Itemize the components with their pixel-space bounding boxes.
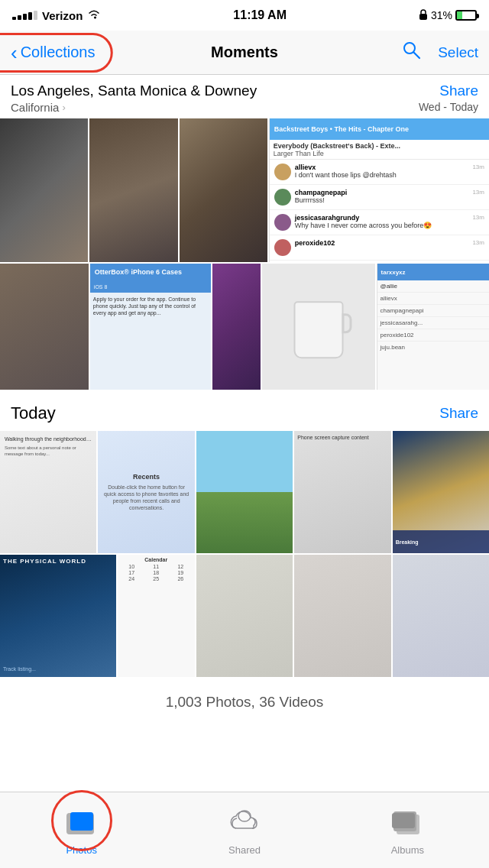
shared-icon-wrap: [224, 800, 265, 841]
status-bar: Verizon 11:19 AM 31%: [0, 0, 489, 31]
photo-item[interactable]: tarxxyxz @allie allievx champagnepapi je…: [377, 264, 489, 390]
photo-item[interactable]: [196, 431, 293, 553]
albums-icon-wrap: [387, 800, 428, 841]
status-carrier: Verizon: [12, 9, 101, 22]
wifi-icon: [87, 9, 101, 22]
photo-item[interactable]: [0, 118, 88, 262]
share-button-today[interactable]: Share: [439, 405, 478, 422]
photo-item[interactable]: [393, 555, 489, 677]
icloud-icon: [228, 808, 261, 833]
svg-rect-0: [419, 14, 427, 20]
tab-albums-label: Albums: [391, 844, 424, 856]
photo-item[interactable]: Breaking: [393, 431, 489, 553]
nav-actions: Select: [401, 40, 478, 65]
location-state: California: [11, 101, 59, 114]
status-time: 11:19 AM: [233, 8, 287, 22]
photo-item[interactable]: Phone screen capture content: [294, 431, 390, 553]
tweet-row: allievx I don't want those lips @drehtas…: [270, 160, 489, 185]
battery-icon: [455, 10, 477, 21]
photo-item[interactable]: [294, 555, 390, 677]
location-actions: Share Wed - Today: [419, 83, 478, 113]
tweet-row: jessicasarahgrundy Why have I never come…: [270, 210, 489, 235]
svg-line-2: [414, 53, 420, 59]
photo-item[interactable]: OtterBox® iPhone 6 Cases iOS 8 Apply to …: [90, 264, 211, 390]
today-photo-grid-1: Walking through the neighborhood… Some t…: [0, 431, 489, 553]
battery-percent: 31%: [431, 9, 452, 21]
back-button[interactable]: ‹ Collections: [11, 43, 96, 63]
tweet-row: champagnepapi Burrrrsss! 13m: [270, 185, 489, 210]
tab-shared-label: Shared: [228, 844, 261, 856]
section-title-today: Today: [11, 403, 56, 423]
photo-item[interactable]: THE PHYSICAL WORLD Track listing...: [0, 555, 116, 677]
photo-item[interactable]: Calendar 101112 171819 242526: [118, 555, 195, 677]
photo-item[interactable]: [89, 118, 177, 262]
today-section-header: Today Share: [0, 390, 489, 431]
top-photo-grid: Backstreet Boys • The Hits - Chapter One…: [0, 118, 489, 264]
nav-bar: ‹ Collections Moments Select: [0, 31, 489, 75]
location-bar: Los Angeles, Santa Monica & Downey Calif…: [0, 75, 489, 118]
date-range: Wed - Today: [419, 101, 478, 113]
location-info: Los Angeles, Santa Monica & Downey Calif…: [11, 83, 257, 114]
share-button-top[interactable]: Share: [439, 83, 478, 99]
second-photo-row: OtterBox® iPhone 6 Cases iOS 8 Apply to …: [0, 264, 489, 390]
chevron-left-icon: ‹: [11, 43, 18, 63]
top-photo-section: Backstreet Boys • The Hits - Chapter One…: [0, 118, 489, 390]
photo-item[interactable]: Recents Double-click the home button for…: [98, 431, 194, 553]
tab-shared[interactable]: Shared: [163, 800, 325, 856]
photos-icon-wrap: [61, 800, 102, 841]
twitter-header: Backstreet Boys • The Hits - Chapter One: [270, 118, 489, 140]
select-button[interactable]: Select: [438, 44, 478, 61]
location-subtitle: California ›: [11, 101, 257, 114]
photo-item[interactable]: [212, 264, 261, 390]
tab-albums[interactable]: Albums: [326, 800, 489, 856]
tab-photos-label: Photos: [66, 844, 96, 856]
status-battery-area: 31%: [419, 8, 477, 23]
chevron-right-icon: ›: [62, 102, 65, 113]
today-photo-grid-2: THE PHYSICAL WORLD Track listing... Cale…: [0, 555, 489, 677]
tweet-row: juju.bean @not.heather the color 13m: [270, 261, 489, 262]
location-title: Los Angeles, Santa Monica & Downey: [11, 83, 257, 99]
photo-item[interactable]: [262, 264, 374, 390]
signal-dots: [12, 9, 37, 22]
svg-point-3: [238, 811, 251, 821]
photo-item[interactable]: Walking through the neighborhood… Some t…: [0, 431, 96, 553]
photo-item[interactable]: [180, 118, 267, 262]
photo-item[interactable]: [196, 555, 293, 677]
photo-item-twitter-panel[interactable]: Backstreet Boys • The Hits - Chapter One…: [269, 118, 489, 262]
lock-icon: [419, 8, 428, 23]
nav-title: Moments: [211, 44, 278, 61]
tweet-row: peroxide102 13m: [270, 235, 489, 261]
back-label[interactable]: Collections: [21, 44, 96, 61]
photo-count: 1,003 Photos, 36 Videos: [0, 677, 489, 724]
tab-bar: Photos Shared Albums: [0, 792, 489, 868]
search-button[interactable]: [401, 40, 421, 65]
carrier-label: Verizon: [42, 9, 83, 22]
tab-photos[interactable]: Photos: [0, 800, 163, 856]
photo-item[interactable]: [0, 264, 89, 390]
